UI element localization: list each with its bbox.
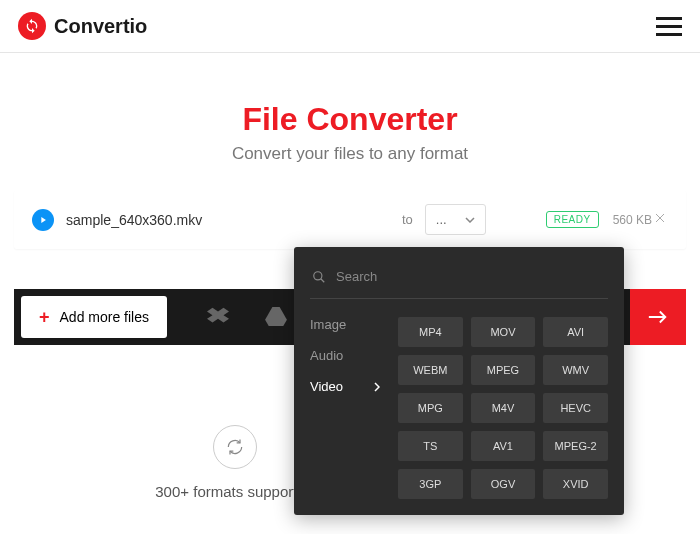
svg-point-0 bbox=[314, 271, 322, 279]
format-option[interactable]: AV1 bbox=[471, 431, 536, 461]
format-dropdown-panel: Image Audio Video MP4 MOV AVI WEBM MPEG … bbox=[294, 247, 624, 515]
file-size: 560 KB bbox=[613, 213, 652, 227]
chevron-right-icon bbox=[374, 382, 380, 392]
dropbox-icon[interactable] bbox=[207, 307, 229, 327]
google-drive-icon[interactable] bbox=[265, 307, 287, 327]
plus-icon: + bbox=[39, 307, 50, 328]
format-selected: ... bbox=[436, 212, 447, 227]
format-option[interactable]: MPEG bbox=[471, 355, 536, 385]
file-row: sample_640x360.mkv to ... READY 560 KB bbox=[14, 190, 686, 249]
refresh-icon bbox=[213, 425, 257, 469]
format-option[interactable]: WMV bbox=[543, 355, 608, 385]
brand-name: Convertio bbox=[54, 15, 147, 38]
feature-formats-text: 300+ formats supported bbox=[155, 483, 314, 500]
convert-button[interactable] bbox=[630, 289, 686, 345]
chevron-down-icon bbox=[465, 217, 475, 223]
search-icon bbox=[312, 270, 326, 284]
category-video[interactable]: Video bbox=[310, 379, 380, 394]
remove-file-button[interactable] bbox=[652, 210, 668, 230]
file-name: sample_640x360.mkv bbox=[66, 212, 390, 228]
page-subtitle: Convert your files to any format bbox=[20, 144, 680, 164]
format-option[interactable]: TS bbox=[398, 431, 463, 461]
format-option[interactable]: M4V bbox=[471, 393, 536, 423]
file-type-icon bbox=[32, 209, 54, 231]
add-more-label: Add more files bbox=[60, 309, 149, 325]
logo[interactable]: Convertio bbox=[18, 12, 147, 40]
add-more-files-button[interactable]: + Add more files bbox=[21, 296, 167, 338]
to-label: to bbox=[402, 212, 413, 227]
format-option[interactable]: XVID bbox=[543, 469, 608, 499]
format-option[interactable]: 3GP bbox=[398, 469, 463, 499]
logo-icon bbox=[18, 12, 46, 40]
category-audio[interactable]: Audio bbox=[310, 348, 380, 363]
format-option[interactable]: HEVC bbox=[543, 393, 608, 423]
page-title: File Converter bbox=[20, 101, 680, 138]
format-option[interactable]: OGV bbox=[471, 469, 536, 499]
menu-button[interactable] bbox=[656, 17, 682, 36]
format-search-input[interactable] bbox=[336, 269, 606, 284]
format-option[interactable]: MPG bbox=[398, 393, 463, 423]
format-option[interactable]: WEBM bbox=[398, 355, 463, 385]
status-badge: READY bbox=[546, 211, 599, 228]
format-dropdown[interactable]: ... bbox=[425, 204, 486, 235]
format-option[interactable]: MPEG-2 bbox=[543, 431, 608, 461]
